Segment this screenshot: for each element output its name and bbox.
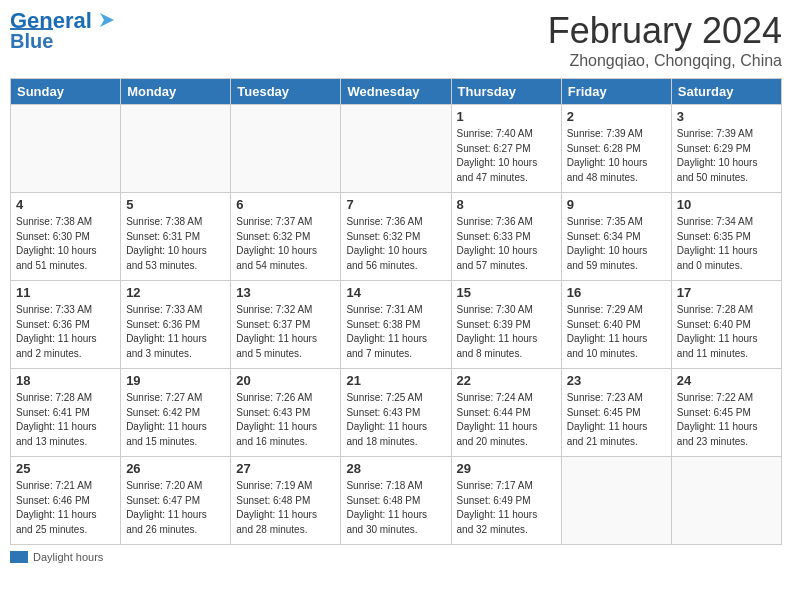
- day-info: Sunrise: 7:27 AM Sunset: 6:42 PM Dayligh…: [126, 391, 225, 449]
- day-info: Sunrise: 7:34 AM Sunset: 6:35 PM Dayligh…: [677, 215, 776, 273]
- day-number: 19: [126, 373, 225, 388]
- calendar-cell: 9Sunrise: 7:35 AM Sunset: 6:34 PM Daylig…: [561, 193, 671, 281]
- day-number: 21: [346, 373, 445, 388]
- calendar-cell: [561, 457, 671, 545]
- day-number: 13: [236, 285, 335, 300]
- day-info: Sunrise: 7:31 AM Sunset: 6:38 PM Dayligh…: [346, 303, 445, 361]
- day-info: Sunrise: 7:36 AM Sunset: 6:33 PM Dayligh…: [457, 215, 556, 273]
- calendar-cell: 2Sunrise: 7:39 AM Sunset: 6:28 PM Daylig…: [561, 105, 671, 193]
- day-number: 4: [16, 197, 115, 212]
- day-info: Sunrise: 7:28 AM Sunset: 6:40 PM Dayligh…: [677, 303, 776, 361]
- day-header-sunday: Sunday: [11, 79, 121, 105]
- logo-text-blue: Blue: [10, 28, 53, 51]
- calendar-cell: 7Sunrise: 7:36 AM Sunset: 6:32 PM Daylig…: [341, 193, 451, 281]
- day-number: 16: [567, 285, 666, 300]
- day-number: 11: [16, 285, 115, 300]
- calendar-cell: 16Sunrise: 7:29 AM Sunset: 6:40 PM Dayli…: [561, 281, 671, 369]
- day-info: Sunrise: 7:25 AM Sunset: 6:43 PM Dayligh…: [346, 391, 445, 449]
- day-info: Sunrise: 7:35 AM Sunset: 6:34 PM Dayligh…: [567, 215, 666, 273]
- day-number: 6: [236, 197, 335, 212]
- week-row-4: 18Sunrise: 7:28 AM Sunset: 6:41 PM Dayli…: [11, 369, 782, 457]
- day-number: 10: [677, 197, 776, 212]
- day-number: 26: [126, 461, 225, 476]
- day-info: Sunrise: 7:29 AM Sunset: 6:40 PM Dayligh…: [567, 303, 666, 361]
- footer-box: [10, 551, 28, 563]
- day-header-saturday: Saturday: [671, 79, 781, 105]
- week-row-5: 25Sunrise: 7:21 AM Sunset: 6:46 PM Dayli…: [11, 457, 782, 545]
- calendar-cell: 4Sunrise: 7:38 AM Sunset: 6:30 PM Daylig…: [11, 193, 121, 281]
- day-info: Sunrise: 7:26 AM Sunset: 6:43 PM Dayligh…: [236, 391, 335, 449]
- day-info: Sunrise: 7:28 AM Sunset: 6:41 PM Dayligh…: [16, 391, 115, 449]
- day-number: 25: [16, 461, 115, 476]
- calendar-cell: [671, 457, 781, 545]
- day-header-thursday: Thursday: [451, 79, 561, 105]
- calendar-cell: [231, 105, 341, 193]
- day-number: 12: [126, 285, 225, 300]
- calendar-cell: 27Sunrise: 7:19 AM Sunset: 6:48 PM Dayli…: [231, 457, 341, 545]
- day-number: 8: [457, 197, 556, 212]
- calendar-cell: 17Sunrise: 7:28 AM Sunset: 6:40 PM Dayli…: [671, 281, 781, 369]
- day-number: 15: [457, 285, 556, 300]
- calendar-cell: 15Sunrise: 7:30 AM Sunset: 6:39 PM Dayli…: [451, 281, 561, 369]
- calendar-cell: [121, 105, 231, 193]
- calendar-header-row: SundayMondayTuesdayWednesdayThursdayFrid…: [11, 79, 782, 105]
- calendar-cell: 25Sunrise: 7:21 AM Sunset: 6:46 PM Dayli…: [11, 457, 121, 545]
- day-number: 9: [567, 197, 666, 212]
- day-info: Sunrise: 7:32 AM Sunset: 6:37 PM Dayligh…: [236, 303, 335, 361]
- day-number: 20: [236, 373, 335, 388]
- day-info: Sunrise: 7:24 AM Sunset: 6:44 PM Dayligh…: [457, 391, 556, 449]
- day-number: 14: [346, 285, 445, 300]
- day-number: 27: [236, 461, 335, 476]
- day-info: Sunrise: 7:39 AM Sunset: 6:28 PM Dayligh…: [567, 127, 666, 185]
- calendar-cell: 19Sunrise: 7:27 AM Sunset: 6:42 PM Dayli…: [121, 369, 231, 457]
- calendar-cell: 28Sunrise: 7:18 AM Sunset: 6:48 PM Dayli…: [341, 457, 451, 545]
- calendar-cell: 12Sunrise: 7:33 AM Sunset: 6:36 PM Dayli…: [121, 281, 231, 369]
- location: Zhongqiao, Chongqing, China: [548, 52, 782, 70]
- footer-label: Daylight hours: [33, 551, 103, 563]
- week-row-2: 4Sunrise: 7:38 AM Sunset: 6:30 PM Daylig…: [11, 193, 782, 281]
- day-info: Sunrise: 7:38 AM Sunset: 6:31 PM Dayligh…: [126, 215, 225, 273]
- calendar-cell: 3Sunrise: 7:39 AM Sunset: 6:29 PM Daylig…: [671, 105, 781, 193]
- day-number: 1: [457, 109, 556, 124]
- day-header-friday: Friday: [561, 79, 671, 105]
- day-number: 18: [16, 373, 115, 388]
- calendar-cell: 20Sunrise: 7:26 AM Sunset: 6:43 PM Dayli…: [231, 369, 341, 457]
- day-info: Sunrise: 7:30 AM Sunset: 6:39 PM Dayligh…: [457, 303, 556, 361]
- day-info: Sunrise: 7:33 AM Sunset: 6:36 PM Dayligh…: [126, 303, 225, 361]
- day-header-tuesday: Tuesday: [231, 79, 341, 105]
- day-header-wednesday: Wednesday: [341, 79, 451, 105]
- day-info: Sunrise: 7:23 AM Sunset: 6:45 PM Dayligh…: [567, 391, 666, 449]
- calendar-cell: 24Sunrise: 7:22 AM Sunset: 6:45 PM Dayli…: [671, 369, 781, 457]
- calendar-cell: 1Sunrise: 7:40 AM Sunset: 6:27 PM Daylig…: [451, 105, 561, 193]
- calendar-cell: 29Sunrise: 7:17 AM Sunset: 6:49 PM Dayli…: [451, 457, 561, 545]
- month-year: February 2024: [548, 10, 782, 52]
- week-row-1: 1Sunrise: 7:40 AM Sunset: 6:27 PM Daylig…: [11, 105, 782, 193]
- svg-marker-0: [100, 13, 114, 27]
- day-info: Sunrise: 7:39 AM Sunset: 6:29 PM Dayligh…: [677, 127, 776, 185]
- day-number: 5: [126, 197, 225, 212]
- day-info: Sunrise: 7:38 AM Sunset: 6:30 PM Dayligh…: [16, 215, 115, 273]
- day-info: Sunrise: 7:20 AM Sunset: 6:47 PM Dayligh…: [126, 479, 225, 537]
- day-info: Sunrise: 7:33 AM Sunset: 6:36 PM Dayligh…: [16, 303, 115, 361]
- day-info: Sunrise: 7:19 AM Sunset: 6:48 PM Dayligh…: [236, 479, 335, 537]
- calendar-cell: 10Sunrise: 7:34 AM Sunset: 6:35 PM Dayli…: [671, 193, 781, 281]
- calendar-cell: 23Sunrise: 7:23 AM Sunset: 6:45 PM Dayli…: [561, 369, 671, 457]
- day-info: Sunrise: 7:37 AM Sunset: 6:32 PM Dayligh…: [236, 215, 335, 273]
- header: General Blue February 2024 Zhongqiao, Ch…: [10, 10, 782, 70]
- day-info: Sunrise: 7:21 AM Sunset: 6:46 PM Dayligh…: [16, 479, 115, 537]
- footer: Daylight hours: [10, 551, 782, 563]
- calendar: SundayMondayTuesdayWednesdayThursdayFrid…: [10, 78, 782, 545]
- day-number: 28: [346, 461, 445, 476]
- day-header-monday: Monday: [121, 79, 231, 105]
- day-info: Sunrise: 7:18 AM Sunset: 6:48 PM Dayligh…: [346, 479, 445, 537]
- week-row-3: 11Sunrise: 7:33 AM Sunset: 6:36 PM Dayli…: [11, 281, 782, 369]
- day-info: Sunrise: 7:22 AM Sunset: 6:45 PM Dayligh…: [677, 391, 776, 449]
- day-number: 22: [457, 373, 556, 388]
- day-number: 17: [677, 285, 776, 300]
- calendar-cell: 11Sunrise: 7:33 AM Sunset: 6:36 PM Dayli…: [11, 281, 121, 369]
- calendar-cell: 6Sunrise: 7:37 AM Sunset: 6:32 PM Daylig…: [231, 193, 341, 281]
- calendar-cell: 21Sunrise: 7:25 AM Sunset: 6:43 PM Dayli…: [341, 369, 451, 457]
- day-number: 24: [677, 373, 776, 388]
- calendar-cell: [341, 105, 451, 193]
- calendar-cell: 18Sunrise: 7:28 AM Sunset: 6:41 PM Dayli…: [11, 369, 121, 457]
